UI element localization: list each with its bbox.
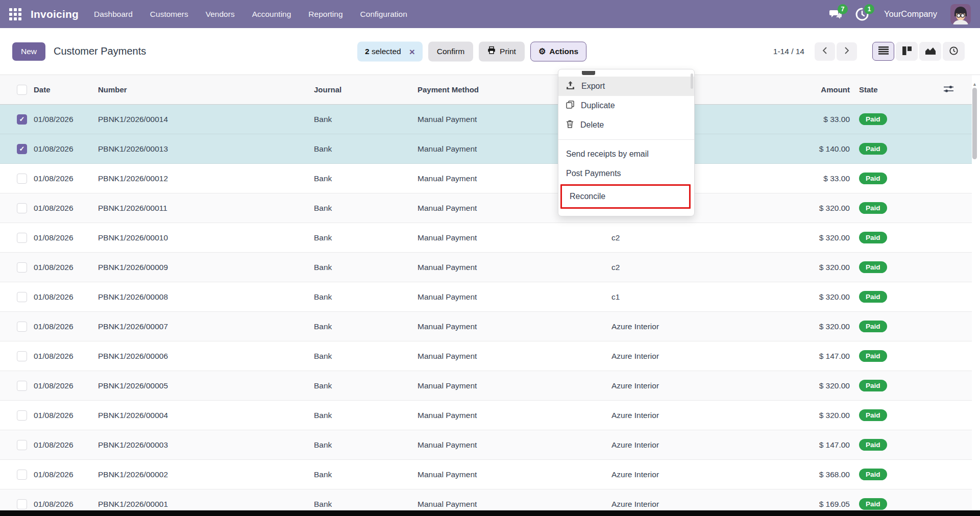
menu-item-post-payments[interactable]: Post Payments bbox=[558, 164, 694, 183]
cell-date: 01/08/2026 bbox=[34, 411, 98, 420]
dropdown-scrollbar-thumb[interactable] bbox=[691, 73, 693, 89]
cell-date: 01/08/2026 bbox=[34, 470, 98, 479]
cell-date: 01/08/2026 bbox=[34, 381, 98, 390]
top-navbar: Invoicing DashboardCustomersVendorsAccou… bbox=[0, 0, 980, 28]
printer-icon bbox=[487, 46, 496, 57]
row-checkbox[interactable] bbox=[17, 292, 27, 302]
column-header-journal[interactable]: Journal bbox=[314, 85, 418, 94]
payments-table: Date Number Journal Payment Method Amoun… bbox=[0, 75, 972, 516]
table-row[interactable]: ✓ 01/08/2026 PBNK1/2026/00014 Bank Manua… bbox=[0, 105, 972, 134]
cell-date: 01/08/2026 bbox=[34, 204, 98, 213]
nav-item-vendors[interactable]: Vendors bbox=[206, 10, 235, 19]
cell-amount: $ 320.00 bbox=[761, 381, 850, 390]
vertical-scrollbar[interactable]: ▲ bbox=[971, 82, 978, 510]
cell-journal: Bank bbox=[314, 500, 418, 509]
actions-button[interactable]: ⚙ Actions bbox=[530, 41, 586, 61]
cell-amount: $ 147.00 bbox=[761, 440, 850, 450]
row-checkbox[interactable] bbox=[17, 410, 27, 421]
menu-item-delete[interactable]: Delete bbox=[558, 115, 694, 135]
cell-number: PBNK1/2026/00014 bbox=[98, 115, 314, 124]
optional-columns-icon[interactable] bbox=[944, 85, 953, 95]
menu-item-duplicate[interactable]: Duplicate bbox=[558, 96, 694, 115]
highlight-annotation-box: Reconcile bbox=[560, 184, 691, 209]
nav-item-configuration[interactable]: Configuration bbox=[360, 10, 407, 19]
scrollbar-thumb[interactable] bbox=[972, 88, 977, 159]
clear-selection-icon[interactable]: × bbox=[409, 46, 415, 56]
menu-item-send-receipts[interactable]: Send receipts by email bbox=[558, 144, 694, 164]
confirm-button[interactable]: Confirm bbox=[428, 41, 473, 61]
gear-icon: ⚙ bbox=[538, 47, 546, 56]
row-checkbox[interactable] bbox=[17, 351, 27, 361]
table-row[interactable]: ✓ 01/08/2026 PBNK1/2026/00013 Bank Manua… bbox=[0, 134, 972, 164]
company-name[interactable]: YourCompany bbox=[884, 9, 937, 19]
scroll-up-arrow-icon[interactable]: ▲ bbox=[971, 82, 978, 87]
apps-grid-icon[interactable] bbox=[9, 8, 21, 20]
table-row[interactable]: 01/08/2026 PBNK1/2026/00004 Bank Manual … bbox=[0, 401, 972, 430]
row-checkbox[interactable] bbox=[17, 203, 27, 213]
status-badge: Paid bbox=[859, 469, 887, 480]
menu-item-reconcile[interactable]: Reconcile bbox=[562, 186, 689, 207]
row-checkbox[interactable]: ✓ bbox=[17, 114, 27, 125]
column-header-state[interactable]: State bbox=[850, 85, 915, 94]
table-row[interactable]: 01/08/2026 PBNK1/2026/00010 Bank Manual … bbox=[0, 223, 972, 253]
cell-number: PBNK1/2026/00007 bbox=[98, 322, 314, 331]
status-badge: Paid bbox=[859, 143, 887, 155]
cell-number: PBNK1/2026/00003 bbox=[98, 440, 314, 450]
column-header-number[interactable]: Number bbox=[98, 85, 314, 94]
cell-journal: Bank bbox=[314, 322, 418, 331]
column-header-date[interactable]: Date bbox=[34, 85, 98, 94]
nav-item-reporting[interactable]: Reporting bbox=[308, 10, 342, 19]
new-button[interactable]: New bbox=[12, 42, 45, 61]
cell-customer: Azure Interior bbox=[611, 500, 761, 509]
kanban-view-button[interactable] bbox=[896, 42, 918, 61]
select-all-checkbox[interactable] bbox=[17, 85, 27, 95]
status-badge: Paid bbox=[859, 173, 887, 184]
pager-previous-button[interactable] bbox=[815, 42, 835, 61]
cell-number: PBNK1/2026/00009 bbox=[98, 263, 314, 272]
chat-bubbles-icon bbox=[829, 14, 842, 22]
row-checkbox[interactable] bbox=[17, 440, 27, 450]
table-row[interactable]: 01/08/2026 PBNK1/2026/00002 Bank Manual … bbox=[0, 460, 972, 489]
row-checkbox[interactable] bbox=[17, 470, 27, 480]
copy-icon bbox=[566, 101, 574, 111]
row-checkbox[interactable] bbox=[17, 499, 27, 509]
selection-label: selected bbox=[372, 47, 401, 56]
table-row[interactable]: 01/08/2026 PBNK1/2026/00003 Bank Manual … bbox=[0, 430, 972, 460]
table-row[interactable]: 01/08/2026 PBNK1/2026/00011 Bank Manual … bbox=[0, 193, 972, 223]
column-header-amount[interactable]: Amount bbox=[761, 85, 850, 94]
cell-customer: Azure Interior bbox=[611, 470, 761, 479]
pager-next-button[interactable] bbox=[837, 42, 857, 61]
print-button[interactable]: Print bbox=[479, 41, 525, 61]
row-checkbox[interactable] bbox=[17, 174, 27, 184]
table-row[interactable]: 01/08/2026 PBNK1/2026/00009 Bank Manual … bbox=[0, 253, 972, 282]
clipped-menu-item bbox=[582, 71, 687, 76]
nav-item-accounting[interactable]: Accounting bbox=[252, 10, 291, 19]
bottom-black-bar bbox=[0, 510, 980, 516]
upload-icon bbox=[566, 81, 575, 92]
app-title[interactable]: Invoicing bbox=[31, 8, 79, 20]
nav-item-dashboard[interactable]: Dashboard bbox=[94, 10, 133, 19]
cell-journal: Bank bbox=[314, 352, 418, 361]
messages-button[interactable]: 7 bbox=[829, 8, 842, 21]
nav-item-customers[interactable]: Customers bbox=[150, 10, 188, 19]
cell-payment-method: Manual Payment bbox=[418, 470, 611, 479]
row-checkbox[interactable] bbox=[17, 381, 27, 391]
table-row[interactable]: 01/08/2026 PBNK1/2026/00006 Bank Manual … bbox=[0, 341, 972, 371]
list-view-button[interactable] bbox=[872, 42, 894, 61]
table-row[interactable]: 01/08/2026 PBNK1/2026/00007 Bank Manual … bbox=[0, 312, 972, 341]
user-avatar[interactable] bbox=[950, 4, 971, 24]
activity-view-button[interactable] bbox=[943, 42, 965, 61]
row-checkbox[interactable] bbox=[17, 322, 27, 332]
cell-customer: c2 bbox=[611, 263, 761, 272]
row-checkbox[interactable] bbox=[17, 262, 27, 273]
activities-button[interactable]: 1 bbox=[855, 8, 869, 21]
cell-journal: Bank bbox=[314, 204, 418, 213]
row-checkbox[interactable]: ✓ bbox=[17, 144, 27, 154]
row-checkbox[interactable] bbox=[17, 233, 27, 243]
table-row[interactable]: 01/08/2026 PBNK1/2026/00005 Bank Manual … bbox=[0, 371, 972, 401]
graph-view-button[interactable] bbox=[919, 42, 941, 61]
status-badge: Paid bbox=[859, 350, 887, 362]
table-row[interactable]: 01/08/2026 PBNK1/2026/00008 Bank Manual … bbox=[0, 282, 972, 312]
menu-item-export[interactable]: Export bbox=[558, 77, 694, 96]
table-row[interactable]: 01/08/2026 PBNK1/2026/00012 Bank Manual … bbox=[0, 164, 972, 193]
